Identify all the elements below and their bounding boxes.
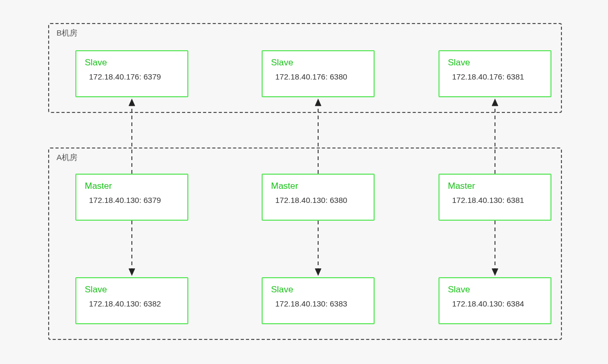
node-b-slave-2: Slave 172.18.40.176: 6380 [262,50,375,97]
node-a-slave-1: Slave 172.18.40.130: 6382 [75,277,188,324]
node-address: 172.18.40.176: 6380 [275,72,365,81]
node-role-label: Slave [271,58,365,68]
node-role-label: Slave [448,58,542,68]
node-address: 172.18.40.130: 6380 [275,196,365,204]
node-role-label: Slave [85,58,179,68]
node-role-label: Slave [448,285,542,295]
node-a-master-3: Master 172.18.40.130: 6381 [438,174,551,221]
node-role-label: Slave [85,285,179,295]
node-address: 172.18.40.176: 6379 [89,72,179,81]
node-a-slave-2: Slave 172.18.40.130: 6383 [262,277,375,324]
node-address: 172.18.40.130: 6384 [452,299,542,308]
node-role-label: Master [271,181,365,191]
container-b-label: B机房 [57,28,77,38]
node-role-label: Master [448,181,542,191]
node-address: 172.18.40.130: 6382 [89,299,179,308]
node-address: 172.18.40.176: 6381 [452,72,542,81]
node-role-label: Master [85,181,179,191]
container-a-label: A机房 [57,153,77,163]
node-address: 172.18.40.130: 6383 [275,299,365,308]
node-address: 172.18.40.130: 6381 [452,196,542,204]
node-address: 172.18.40.130: 6379 [89,196,179,204]
node-b-slave-1: Slave 172.18.40.176: 6379 [75,50,188,97]
node-role-label: Slave [271,285,365,295]
node-b-slave-3: Slave 172.18.40.176: 6381 [438,50,551,97]
node-a-slave-3: Slave 172.18.40.130: 6384 [438,277,551,324]
node-a-master-2: Master 172.18.40.130: 6380 [262,174,375,221]
node-a-master-1: Master 172.18.40.130: 6379 [75,174,188,221]
